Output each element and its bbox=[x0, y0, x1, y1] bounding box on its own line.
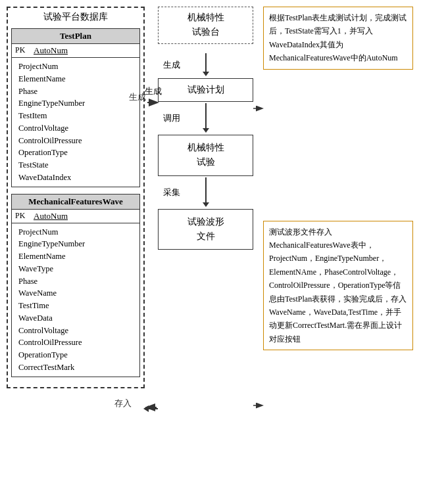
arrow-line-2 bbox=[205, 103, 207, 128]
mw-field-wavename: WaveName bbox=[18, 287, 133, 300]
annotation-1-text: 根据TestPlan表生成测试计划，完成测试后，TestState需写入1，并写… bbox=[269, 13, 407, 62]
arrow-head-1 bbox=[203, 72, 209, 76]
arrow-line-1 bbox=[205, 53, 207, 72]
annotation-section: 根据TestPlan表生成测试计划，完成测试后，TestState需写入1，并写… bbox=[263, 7, 413, 350]
collect-label: 采集 bbox=[163, 187, 180, 198]
mw-field-operationtype: OperationType bbox=[18, 349, 133, 361]
field-teststate: TestState bbox=[18, 159, 133, 172]
stowin-label: 存入 bbox=[114, 398, 132, 408]
testplan-fields: ProjectNum ElementName Phase EngineTypeN… bbox=[12, 58, 139, 187]
mechwave-fields: ProjectNum EngineTypeNumber ElementName … bbox=[12, 223, 139, 377]
db-section: 试验平台数据库 TestPlan PK AutoNum ProjectNum E… bbox=[7, 7, 145, 388]
field-projectnum: ProjectNum bbox=[18, 60, 133, 73]
h-arrow-generate-label: 生成 bbox=[145, 85, 162, 97]
field-testitem: TestItem bbox=[18, 110, 133, 122]
annotation-box-2: 测试波形文件存入MechanicalFeaturesWave表中，Project… bbox=[263, 221, 413, 351]
field-enginetypenumber: EngineTypeNumber bbox=[18, 97, 133, 110]
flow-box-plan: 试验计划 bbox=[158, 78, 253, 102]
arrow-head-2 bbox=[203, 128, 209, 133]
testplan-pk-field: AutoNum bbox=[34, 45, 68, 56]
flow-box-wave: 试验波形文件 bbox=[158, 209, 253, 250]
mw-field-wavetype: WaveType bbox=[18, 263, 133, 275]
mechwave-table: MechanicalFeaturesWave PK AutoNum Projec… bbox=[11, 194, 140, 377]
generate-arrow-container: 生成 bbox=[158, 52, 253, 78]
mw-field-testtime: TestTime bbox=[18, 300, 133, 312]
generate-label: 生成 bbox=[163, 59, 180, 71]
flow-section: 机械特性试验台 生成 试验计划 调用 机械特性试验 采集 bbox=[158, 7, 253, 250]
mw-field-elementname: ElementName bbox=[18, 250, 133, 263]
mechwave-pk-field: AutoNum bbox=[34, 211, 68, 221]
flow-box-wave-text: 试验波形文件 bbox=[187, 217, 224, 241]
mw-field-projectnum: ProjectNum bbox=[18, 226, 133, 239]
annotation-spacer bbox=[263, 70, 413, 221]
h-arrow-generate-container: 生成 bbox=[145, 85, 165, 97]
flow-box-test: 机械特性试验 bbox=[158, 135, 253, 176]
arrow-head-3 bbox=[203, 202, 209, 207]
mechwave-header: MechanicalFeaturesWave bbox=[12, 195, 139, 210]
testplan-table: TestPlan PK AutoNum ProjectNum ElementNa… bbox=[11, 28, 140, 187]
invoke-arrow-container: 调用 bbox=[158, 102, 253, 135]
field-wavedataindex: WaveDataIndex bbox=[18, 172, 133, 184]
annotation-box-1: 根据TestPlan表生成测试计划，完成测试后，TestState需写入1，并写… bbox=[263, 7, 413, 70]
flow-top-label: 机械特性试验台 bbox=[158, 7, 253, 44]
invoke-label: 调用 bbox=[163, 112, 180, 124]
field-operationtype: OperationType bbox=[18, 147, 133, 159]
page-container: 试验平台数据库 TestPlan PK AutoNum ProjectNum E… bbox=[0, 0, 421, 504]
db-title: 试验平台数据库 bbox=[11, 11, 140, 23]
arrow-line-3 bbox=[205, 177, 207, 202]
mechwave-pk-label: PK bbox=[15, 211, 28, 221]
testplan-pk-label: PK bbox=[15, 45, 28, 56]
stowin-arrow-head bbox=[143, 405, 149, 412]
flow-box-test-text: 机械特性试验 bbox=[187, 143, 224, 167]
mechwave-pk-row: PK AutoNum bbox=[12, 210, 139, 223]
testplan-header: TestPlan bbox=[12, 29, 139, 44]
testplan-pk-row: PK AutoNum bbox=[12, 44, 139, 58]
field-controloilpressure: ControlOilPressure bbox=[18, 135, 133, 147]
mw-field-wavedata: WaveData bbox=[18, 312, 133, 325]
mw-field-controlvoltage: ControlVoltage bbox=[18, 325, 133, 337]
mw-field-controloilpressure: ControlOilPressure bbox=[18, 336, 133, 349]
annotation-2-text: 测试波形文件存入MechanicalFeaturesWave表中，Project… bbox=[269, 227, 407, 344]
field-phase: Phase bbox=[18, 85, 133, 98]
collect-arrow-container: 采集 bbox=[158, 176, 253, 209]
mw-field-phase: Phase bbox=[18, 275, 133, 288]
mw-field-correcttestmark: CorrectTestMark bbox=[18, 361, 133, 374]
top-label-text: 机械特性试验台 bbox=[187, 12, 224, 37]
field-controlvoltage: ControlVoltage bbox=[18, 122, 133, 135]
field-elementname: ElementName bbox=[18, 73, 133, 85]
mw-field-enginetypenumber: EngineTypeNumber bbox=[18, 238, 133, 250]
